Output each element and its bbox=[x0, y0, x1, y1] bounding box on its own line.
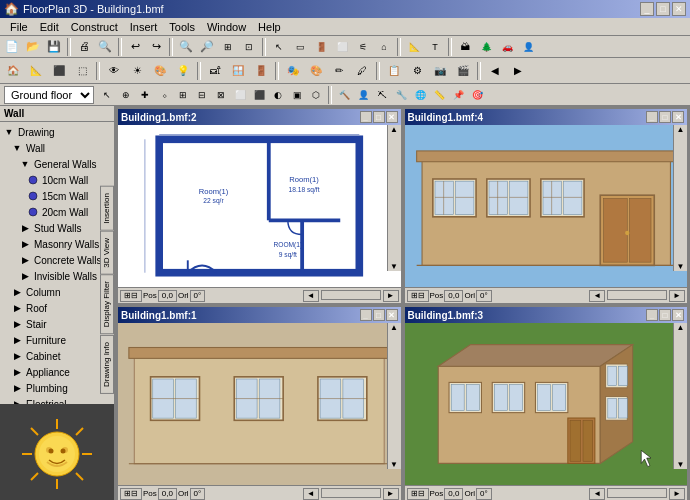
status-btn-pos-1[interactable]: 0,0 bbox=[158, 488, 177, 500]
tab-insertion[interactable]: Insertion bbox=[100, 186, 114, 231]
style1-button[interactable]: 🎭 bbox=[282, 60, 304, 82]
mdi-minimize-3[interactable]: _ bbox=[646, 309, 658, 321]
tab-drawing-info[interactable]: Drawing Info bbox=[100, 335, 114, 394]
status-btn-pos-3[interactable]: 0,0 bbox=[444, 488, 463, 500]
status-btn-snap-2[interactable]: ⊞⊟ bbox=[120, 290, 142, 302]
text-button[interactable]: T bbox=[425, 37, 445, 57]
tree-plumbing[interactable]: ▶ Plumbing bbox=[2, 380, 112, 396]
scrollbar-v-4[interactable]: ▲ ▼ bbox=[673, 125, 687, 271]
floor-tool-1[interactable]: ↖ bbox=[98, 86, 116, 104]
menu-window[interactable]: Window bbox=[201, 19, 252, 35]
tree-furniture[interactable]: ▶ Furniture bbox=[2, 332, 112, 348]
floor-tool-12[interactable]: ⬡ bbox=[307, 86, 325, 104]
tree-wall[interactable]: ▼ Wall bbox=[2, 140, 112, 156]
status-btn-snap-3[interactable]: ⊞⊟ bbox=[407, 488, 429, 500]
scroll-up-4[interactable]: ▲ bbox=[674, 125, 687, 134]
menu-insert[interactable]: Insert bbox=[124, 19, 164, 35]
scroll-up-1[interactable]: ▲ bbox=[388, 323, 401, 332]
scrollbar-v-1[interactable]: ▲ ▼ bbox=[387, 323, 401, 469]
scroll-right-4[interactable]: ► bbox=[669, 290, 685, 302]
print-preview-button[interactable]: 🔍 bbox=[95, 37, 115, 57]
measure-button[interactable]: 📐 bbox=[404, 37, 424, 57]
tree-stair[interactable]: ▶ Stair bbox=[2, 316, 112, 332]
floor-tool-7[interactable]: ⊠ bbox=[212, 86, 230, 104]
scroll-right-1[interactable]: ► bbox=[383, 488, 399, 500]
status-btn-orl-4[interactable]: 0° bbox=[476, 290, 492, 302]
3d-view-button[interactable]: 🏠 bbox=[2, 60, 24, 82]
menu-construct[interactable]: Construct bbox=[65, 19, 124, 35]
status-btn-orl-1[interactable]: 0° bbox=[190, 488, 206, 500]
door2-button[interactable]: 🚪 bbox=[250, 60, 272, 82]
tab-3d-view[interactable]: 3D View bbox=[100, 231, 114, 275]
person-button[interactable]: 👤 bbox=[518, 37, 538, 57]
style4-button[interactable]: 🖊 bbox=[351, 60, 373, 82]
mdi-maximize-3[interactable]: □ bbox=[659, 309, 671, 321]
mdi-content-2[interactable]: Room(1) 22 sq/r Room(1) 18.18 sq/ft ROOM… bbox=[118, 125, 401, 287]
mdi-minimize-1[interactable]: _ bbox=[360, 309, 372, 321]
scroll-up-3[interactable]: ▲ bbox=[674, 323, 687, 332]
maximize-button[interactable]: □ bbox=[656, 2, 670, 16]
floor-tool-14[interactable]: 👤 bbox=[354, 86, 372, 104]
mdi-close-1[interactable]: ✕ bbox=[386, 309, 398, 321]
tree-roof[interactable]: ▶ Roof bbox=[2, 300, 112, 316]
floor-tool-15[interactable]: ⛏ bbox=[373, 86, 391, 104]
open-button[interactable]: 📂 bbox=[23, 37, 43, 57]
floor-select[interactable]: Ground floor First floor Second floor Ba… bbox=[4, 86, 94, 104]
save-button[interactable]: 💾 bbox=[44, 37, 64, 57]
tab-display-filter[interactable]: Display Filter bbox=[100, 274, 114, 334]
tree-stud-walls[interactable]: ▶ Stud Walls bbox=[2, 220, 112, 236]
status-btn-orl-2[interactable]: 0° bbox=[190, 290, 206, 302]
floor-tool-16[interactable]: 🔧 bbox=[392, 86, 410, 104]
arrow-left-button[interactable]: ◀ bbox=[484, 60, 506, 82]
mdi-titlebar-3[interactable]: Building1.bmf:3 _ □ ✕ bbox=[405, 307, 688, 323]
menu-help[interactable]: Help bbox=[252, 19, 287, 35]
tree-cabinet[interactable]: ▶ Cabinet bbox=[2, 348, 112, 364]
floor-tool-17[interactable]: 🌐 bbox=[411, 86, 429, 104]
video-button[interactable]: 🎬 bbox=[452, 60, 474, 82]
floor-tool-10[interactable]: ◐ bbox=[269, 86, 287, 104]
mdi-titlebar-2[interactable]: Building1.bmf:2 _ □ ✕ bbox=[118, 109, 401, 125]
status-btn-snap-1[interactable]: ⊞⊟ bbox=[120, 488, 142, 500]
zoom-in-button[interactable]: 🔍 bbox=[176, 37, 196, 57]
scrollbar-v-3[interactable]: ▲ ▼ bbox=[673, 323, 687, 469]
window-button[interactable]: ⬜ bbox=[332, 37, 352, 57]
floor-tool-2[interactable]: ⊕ bbox=[117, 86, 135, 104]
mdi-minimize-4[interactable]: _ bbox=[646, 111, 658, 123]
front-view-button[interactable]: ⬛ bbox=[48, 60, 70, 82]
tree-button[interactable]: 🌲 bbox=[476, 37, 496, 57]
menu-file[interactable]: File bbox=[4, 19, 34, 35]
tree-column[interactable]: ▶ Column bbox=[2, 284, 112, 300]
scrollbar-v-2[interactable]: ▲ ▼ bbox=[387, 125, 401, 271]
tree-10cm-wall[interactable]: 10cm Wall bbox=[2, 172, 112, 188]
floor-tool-13[interactable]: 🔨 bbox=[335, 86, 353, 104]
perspective-button[interactable]: 📐 bbox=[25, 60, 47, 82]
zoom-select-button[interactable]: ⊡ bbox=[239, 37, 259, 57]
scrollbar-h-2[interactable] bbox=[321, 290, 381, 300]
tree-drawing[interactable]: ▼ Drawing bbox=[2, 124, 112, 140]
scrollbar-h-3[interactable] bbox=[607, 488, 667, 498]
status-btn-orl-3[interactable]: 0° bbox=[476, 488, 492, 500]
floor-tool-5[interactable]: ⊞ bbox=[174, 86, 192, 104]
minimize-button[interactable]: _ bbox=[640, 2, 654, 16]
mdi-minimize-2[interactable]: _ bbox=[360, 111, 372, 123]
redo-button[interactable]: ↪ bbox=[146, 37, 166, 57]
tree-appliance[interactable]: ▶ Appliance bbox=[2, 364, 112, 380]
render-button[interactable]: 💡 bbox=[172, 60, 194, 82]
terrain-button[interactable]: 🏔 bbox=[455, 37, 475, 57]
scroll-right-2[interactable]: ► bbox=[383, 290, 399, 302]
mdi-content-4[interactable]: ▲ ▼ bbox=[405, 125, 688, 287]
mdi-maximize-4[interactable]: □ bbox=[659, 111, 671, 123]
floor-tool-4[interactable]: ⬦ bbox=[155, 86, 173, 104]
person-view-button[interactable]: 👁 bbox=[103, 60, 125, 82]
new-button[interactable]: 📄 bbox=[2, 37, 22, 57]
tree-electrical[interactable]: ▶ Electrical bbox=[2, 396, 112, 404]
mdi-maximize-1[interactable]: □ bbox=[373, 309, 385, 321]
roof-button[interactable]: ⌂ bbox=[374, 37, 394, 57]
style2-button[interactable]: 🎨 bbox=[305, 60, 327, 82]
door-button[interactable]: 🚪 bbox=[311, 37, 331, 57]
back-view-button[interactable]: ⬚ bbox=[71, 60, 93, 82]
zoom-out-button[interactable]: 🔎 bbox=[197, 37, 217, 57]
floor-tool-8[interactable]: ⬜ bbox=[231, 86, 249, 104]
material-button[interactable]: 🎨 bbox=[149, 60, 171, 82]
zoom-fit-button[interactable]: ⊞ bbox=[218, 37, 238, 57]
